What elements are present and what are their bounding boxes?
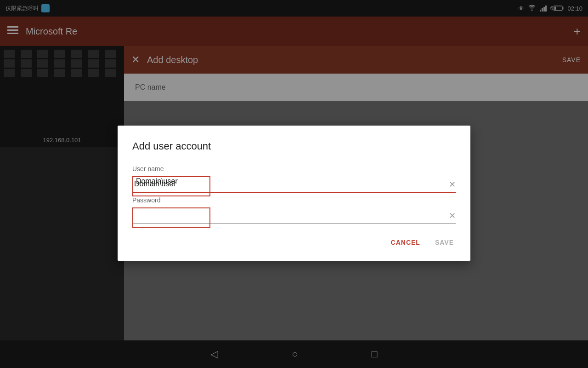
- save-button[interactable]: SAVE: [433, 235, 456, 250]
- username-input[interactable]: [132, 176, 456, 193]
- password-clear-icon[interactable]: ✕: [449, 212, 456, 220]
- add-user-account-dialog: Add user account User name ✕ Domain\user…: [118, 126, 470, 261]
- username-clear-icon[interactable]: ✕: [449, 180, 456, 189]
- password-label: Password: [132, 196, 456, 204]
- password-input[interactable]: [132, 207, 456, 224]
- dialog-buttons: CANCEL SAVE: [132, 235, 456, 250]
- username-label: User name: [132, 165, 456, 172]
- dialog-title: Add user account: [132, 140, 456, 152]
- password-field-wrapper: ✕: [132, 207, 456, 224]
- dialog-overlay: Add user account User name ✕ Domain\user…: [0, 0, 588, 368]
- username-field-wrapper: ✕: [132, 176, 456, 193]
- cancel-button[interactable]: CANCEL: [389, 235, 422, 250]
